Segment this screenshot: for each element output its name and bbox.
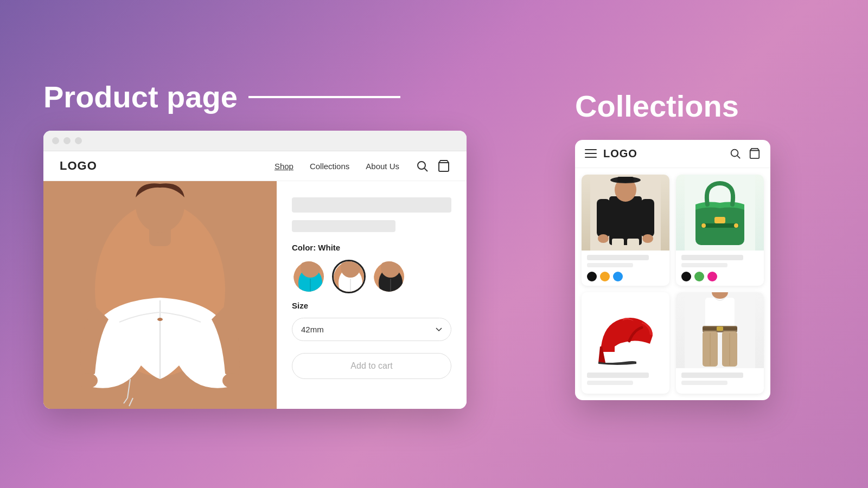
card-subtitle-heels	[587, 381, 633, 385]
svg-line-1	[425, 169, 428, 172]
size-select[interactable]: 42mm	[292, 318, 451, 341]
browser-titlebar	[43, 131, 467, 151]
product-page-label: Product page	[43, 79, 238, 114]
left-section: Product page LOGO Shop Collections About…	[43, 79, 532, 409]
menu-bar-3	[585, 157, 597, 158]
collections-grid	[575, 168, 770, 400]
browser-dot-green	[75, 137, 82, 144]
card-red-heels[interactable]	[582, 292, 669, 394]
nav-links: Shop Collections About Us	[275, 162, 399, 171]
card-title-heels	[587, 373, 649, 378]
card-title-pants	[681, 373, 743, 378]
swatch-cyan[interactable]	[292, 260, 326, 293]
size-label: Size	[292, 301, 451, 310]
title-divider	[248, 96, 400, 98]
svg-point-26	[731, 150, 738, 157]
green-bag-illustration	[685, 175, 755, 251]
menu-bar-1	[585, 149, 597, 150]
color-label: Color: White	[292, 243, 451, 252]
product-image-area	[43, 181, 277, 409]
black-shirt-illustration	[590, 175, 661, 251]
color-dot-bag-pink[interactable]	[707, 272, 717, 281]
color-dot-black[interactable]	[587, 272, 597, 281]
card-colors-shirt	[587, 272, 664, 281]
product-page-title: Product page	[43, 79, 400, 114]
hamburger-icon[interactable]	[585, 149, 597, 158]
mobile-nav: LOGO	[575, 140, 770, 168]
color-dot-bag-black[interactable]	[681, 272, 691, 281]
card-green-bag[interactable]	[676, 175, 764, 286]
browser-window: LOGO Shop Collections About Us	[43, 131, 467, 409]
add-to-cart-button[interactable]: Add to cart	[292, 353, 451, 379]
svg-rect-30	[609, 196, 642, 245]
nav-icons	[416, 159, 450, 172]
svg-point-45	[734, 223, 738, 228]
mobile-icons	[729, 147, 761, 159]
product-subtitle-placeholder	[292, 220, 395, 232]
svg-rect-38	[612, 239, 624, 251]
color-swatches	[292, 260, 451, 293]
card-image-pants	[676, 292, 764, 368]
card-footer-heels	[582, 368, 669, 394]
svg-rect-35	[641, 199, 654, 237]
color-dot-bag-green[interactable]	[694, 272, 704, 281]
svg-rect-34	[597, 199, 610, 237]
card-subtitle-bag	[681, 263, 727, 267]
svg-line-27	[737, 156, 740, 158]
card-footer-shirt	[582, 251, 669, 286]
svg-rect-51	[717, 326, 723, 331]
card-black-shirt[interactable]	[582, 175, 669, 286]
svg-point-37	[642, 234, 653, 243]
card-subtitle-shirt	[587, 263, 633, 267]
card-image-green-bag	[676, 175, 764, 251]
browser-dot-red	[52, 137, 59, 144]
mobile-search-icon[interactable]	[729, 147, 741, 159]
product-info: Color: White	[277, 181, 467, 409]
nav-shop[interactable]: Shop	[275, 162, 293, 171]
search-icon[interactable]	[416, 159, 429, 172]
product-title-placeholder	[292, 197, 451, 213]
svg-point-6	[157, 318, 163, 321]
product-body-illustration	[43, 181, 277, 409]
svg-rect-43	[714, 217, 725, 223]
cart-icon[interactable]	[437, 159, 450, 172]
mobile-cart-icon[interactable]	[749, 147, 761, 159]
store-nav: LOGO Shop Collections About Us	[43, 151, 467, 181]
product-image	[43, 181, 277, 409]
svg-rect-33	[617, 177, 634, 182]
browser-dot-yellow	[63, 137, 71, 144]
mobile-window: LOGO	[575, 140, 770, 400]
card-footer-bag	[676, 251, 764, 286]
svg-rect-39	[627, 239, 639, 251]
mobile-logo: LOGO	[603, 147, 637, 160]
browser-content: LOGO Shop Collections About Us	[43, 151, 467, 409]
right-section: Collections LOGO	[553, 88, 825, 400]
product-layout: Color: White	[43, 181, 467, 409]
svg-point-0	[418, 162, 425, 169]
swatch-white[interactable]	[332, 260, 366, 293]
store-logo: LOGO	[60, 159, 97, 173]
svg-point-44	[701, 223, 706, 228]
svg-point-7	[78, 373, 98, 388]
card-colors-bag	[681, 272, 758, 281]
svg-rect-42	[701, 223, 739, 228]
svg-point-8	[222, 373, 242, 388]
swatch-black[interactable]	[372, 260, 406, 293]
card-pants[interactable]	[676, 292, 764, 394]
collections-title: Collections	[575, 88, 739, 124]
card-footer-pants	[676, 368, 764, 394]
card-subtitle-pants	[681, 381, 727, 385]
card-image-heels	[582, 292, 669, 368]
red-heels-illustration	[590, 292, 661, 368]
card-title-shirt	[587, 255, 649, 260]
card-title-bag	[681, 255, 743, 260]
pants-illustration	[685, 292, 755, 368]
svg-point-36	[598, 234, 609, 243]
svg-rect-48	[705, 298, 735, 328]
color-dot-orange[interactable]	[600, 272, 610, 281]
color-dot-blue[interactable]	[613, 272, 623, 281]
menu-bar-2	[585, 153, 597, 154]
nav-collections[interactable]: Collections	[310, 162, 349, 171]
card-image-black-shirt	[582, 175, 669, 251]
nav-about[interactable]: About Us	[366, 162, 399, 171]
